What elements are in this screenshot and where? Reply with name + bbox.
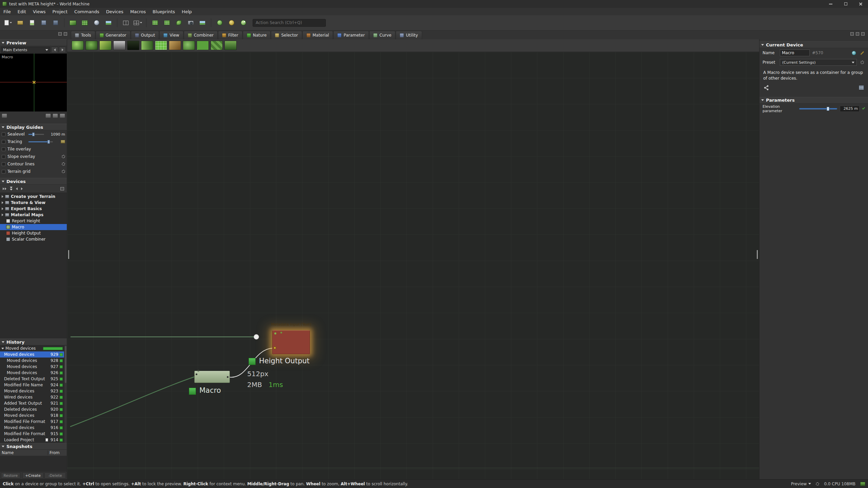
slider-thumb[interactable] — [47, 140, 50, 144]
device-palette-icon-1[interactable] — [72, 41, 84, 50]
port-output-icon[interactable] — [227, 376, 229, 378]
minimize-button[interactable] — [823, 0, 838, 8]
history-item[interactable]: Moved devices — [0, 345, 64, 351]
dock-icon[interactable] — [58, 32, 62, 36]
device-palette-icon-10[interactable] — [197, 41, 209, 50]
scrollbar-thumb[interactable] — [65, 346, 66, 383]
port-ring-icon[interactable] — [197, 370, 199, 372]
save-as-button[interactable] — [50, 18, 61, 28]
elevation-slider[interactable] — [799, 108, 837, 109]
snapshots-name-column[interactable]: Name — [0, 450, 48, 455]
tree-group-texture-view[interactable]: Texture & View — [0, 200, 67, 206]
sealevel-slider[interactable] — [28, 134, 44, 135]
preview-viewport[interactable]: Macro — [0, 54, 67, 111]
devices-section-header[interactable]: Devices — [0, 178, 67, 185]
port-green-icon[interactable] — [280, 332, 282, 333]
left-scroll-marker[interactable] — [68, 250, 69, 259]
action-search-input[interactable] — [253, 19, 326, 27]
tab-utility[interactable]: Utility — [396, 31, 422, 39]
delete-snapshot-button[interactable]: -Delete — [44, 472, 66, 479]
menu-commands[interactable]: Commands — [71, 8, 103, 15]
menu-help[interactable]: Help — [178, 8, 195, 15]
new-file-button[interactable] — [3, 18, 14, 28]
preset-select[interactable]: (Current Settings) — [780, 59, 857, 66]
extents-select[interactable]: Main Extents — [1, 47, 50, 53]
contour-lines-checkbox[interactable] — [2, 162, 5, 166]
share-button[interactable] — [763, 85, 769, 90]
history-item[interactable]: Modified File Name 924 — [0, 382, 64, 388]
menu-edit[interactable]: Edit — [14, 8, 29, 15]
menu-views[interactable]: Views — [29, 8, 49, 15]
tree-item-scalar-combiner[interactable]: Scalar Combiner — [0, 236, 67, 242]
menu-macros[interactable]: Macros — [127, 8, 149, 15]
camera-view-button[interactable] — [185, 18, 196, 28]
history-item[interactable]: Moved devices 928 — [0, 358, 64, 364]
expander-icon[interactable] — [2, 207, 3, 210]
close-button[interactable] — [853, 0, 868, 8]
tab-nature[interactable]: Nature — [243, 31, 271, 39]
dock-icon[interactable] — [861, 32, 865, 36]
terrain-grid-checkbox[interactable] — [2, 170, 5, 174]
restore-snapshot-button[interactable]: Restore — [1, 472, 20, 479]
device-chip-icon[interactable] — [2, 114, 7, 118]
metadata-input-node[interactable] — [272, 330, 310, 354]
pin-panel-icon[interactable] — [60, 187, 64, 190]
parameters-header[interactable]: Parameters — [760, 97, 868, 104]
history-item[interactable]: Moved devices 916 — [0, 425, 64, 431]
gear-icon[interactable] — [62, 162, 65, 166]
split-layout-button[interactable] — [120, 18, 131, 28]
history-item[interactable]: Modified File Format 915 — [0, 431, 64, 437]
history-item[interactable]: Added Text Output 921 — [0, 400, 64, 406]
tab-curve[interactable]: Curve — [369, 31, 395, 39]
device-palette-icon-4[interactable] — [113, 41, 125, 50]
expander-icon[interactable] — [2, 201, 3, 204]
explorer-view-button[interactable] — [91, 18, 102, 28]
history-item[interactable]: Modified File Format 917 — [0, 419, 64, 425]
light-mode-icon[interactable] — [45, 114, 51, 118]
tree-item-report-height[interactable]: Report Height — [0, 218, 67, 224]
tab-tools[interactable]: Tools — [71, 31, 95, 39]
preview-mode-button[interactable]: Preview — [791, 482, 811, 486]
tab-filter[interactable]: Filter — [218, 31, 242, 39]
gear-icon[interactable] — [62, 170, 65, 173]
port-green-icon[interactable] — [274, 332, 276, 334]
slope-mode-icon[interactable] — [60, 114, 65, 118]
expander-icon[interactable] — [2, 214, 3, 216]
slope-overlay-checkbox[interactable] — [2, 155, 5, 159]
device-color-button[interactable] — [851, 50, 857, 56]
nav-forward-icon[interactable] — [21, 187, 23, 190]
tree-group-export-basics[interactable]: Export Basics — [0, 206, 67, 212]
tracing-slider[interactable] — [28, 141, 53, 142]
tile-overlay-checkbox[interactable] — [2, 147, 5, 151]
tab-output[interactable]: Output — [131, 31, 159, 39]
wire-input[interactable] — [70, 377, 194, 427]
tab-material[interactable]: Material — [302, 31, 333, 39]
history-scrollbar[interactable] — [64, 345, 67, 443]
tab-view[interactable]: View — [159, 31, 183, 39]
nature-view-button[interactable] — [173, 18, 184, 28]
preview-section-header[interactable]: Preview — [0, 39, 67, 46]
terrain-mode-icon[interactable] — [53, 114, 58, 118]
dock-icon[interactable] — [856, 32, 859, 36]
history-item[interactable]: Moved devices 929 — [0, 351, 64, 358]
dock-icon[interactable] — [850, 32, 854, 36]
photo-view-button[interactable] — [197, 18, 208, 28]
tab-selector[interactable]: Selector — [271, 31, 302, 39]
menu-file[interactable]: File — [0, 8, 14, 15]
open-file-button[interactable] — [15, 18, 25, 28]
snapshots-list[interactable] — [0, 456, 67, 472]
gear-icon[interactable] — [62, 155, 65, 158]
tree-group-material-maps[interactable]: Material Maps — [0, 212, 67, 218]
history-item[interactable]: Moved devices 926 — [0, 370, 64, 376]
device-palette-icon-11[interactable] — [211, 41, 223, 50]
tracing-checkbox[interactable] — [2, 140, 5, 144]
rename-device-button[interactable] — [859, 50, 865, 56]
device-palette-icon-9[interactable] — [183, 41, 195, 50]
node-graph-canvas[interactable]: Metadata Input (Text) Height Output 512p… — [67, 52, 759, 479]
material-ball-shiny-button[interactable] — [238, 18, 249, 28]
save-button[interactable] — [38, 18, 49, 28]
gear-icon[interactable] — [816, 482, 819, 486]
extents-forward-button[interactable] — [59, 47, 66, 53]
history-item[interactable]: Deleted devices 920 — [0, 406, 64, 412]
history-section-header[interactable]: History — [0, 339, 67, 345]
